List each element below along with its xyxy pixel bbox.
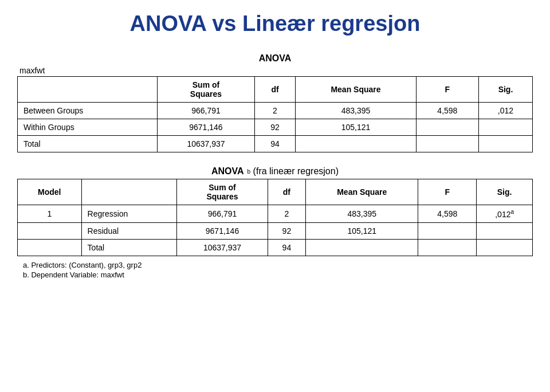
- regression-section-subtitle: (fra lineær regresjon): [250, 166, 339, 177]
- anova-row-ms-0: 483,395: [296, 103, 417, 119]
- anova-row-df-1: 92: [254, 119, 295, 136]
- reg-col-sum-squares: Sum of Squares: [177, 179, 268, 205]
- anova-col-sig: Sig.: [478, 77, 532, 103]
- table-row: Residual 9671,146 92 105,121: [18, 222, 533, 239]
- reg-row-label-2: Total: [81, 239, 177, 256]
- table-row: Total 10637,937 94: [18, 136, 533, 152]
- anova-section-title: ANOVA: [17, 53, 533, 64]
- anova-row-sig-0: ,012: [478, 103, 532, 119]
- footnote-a: a. Predictors: (Constant), grp3, grp2: [23, 261, 533, 269]
- anova-row-label-0: Between Groups: [18, 103, 158, 119]
- anova-section: ANOVA maxfwt Sum of Squares df Mean Squa…: [17, 53, 533, 152]
- reg-row-df-2: 94: [268, 239, 305, 256]
- reg-row-label-0: Regression: [81, 205, 177, 223]
- reg-row-f-2: [418, 239, 477, 256]
- anova-row-f-0: 4,598: [416, 103, 478, 119]
- reg-col-f: F: [418, 179, 477, 205]
- reg-row-sig-2: [477, 239, 533, 256]
- anova-row-ms-1: 105,121: [296, 119, 417, 136]
- reg-row-df-0: 2: [268, 205, 305, 223]
- reg-row-sig-1: [477, 222, 533, 239]
- reg-row-f-1: [418, 222, 477, 239]
- reg-row-model-0: 1: [18, 205, 82, 223]
- anova-row-f-2: [416, 136, 478, 152]
- reg-row-ss-0: 966,791: [177, 205, 268, 223]
- anova-row-label-1: Within Groups: [18, 119, 158, 136]
- anova-row-sig-2: [478, 136, 532, 152]
- reg-row-model-1: [18, 222, 82, 239]
- reg-row-f-0: 4,598: [418, 205, 477, 223]
- reg-row-ms-2: [306, 239, 418, 256]
- reg-col-sig: Sig.: [477, 179, 533, 205]
- anova-col-f: F: [416, 77, 478, 103]
- reg-col-df: df: [268, 179, 305, 205]
- regression-table: Model Sum of Squares df Mean Square F Si…: [17, 179, 533, 256]
- anova-row-ss-1: 9671,146: [158, 119, 255, 136]
- reg-col-mean-square: Mean Square: [306, 179, 418, 205]
- regression-section-title: ANOVA: [211, 166, 244, 177]
- anova-row-df-2: 94: [254, 136, 295, 152]
- anova-row-sig-1: [478, 119, 532, 136]
- anova-row-ss-0: 966,791: [158, 103, 255, 119]
- reg-row-model-2: [18, 239, 82, 256]
- reg-col-model: Model: [18, 179, 82, 205]
- reg-row-df-1: 92: [268, 222, 305, 239]
- reg-col-row-label: [81, 179, 177, 205]
- reg-row-ms-1: 105,121: [306, 222, 418, 239]
- anova-col-df: df: [254, 77, 295, 103]
- reg-row-ss-2: 10637,937: [177, 239, 268, 256]
- footnote-b: b. Dependent Variable: maxfwt: [23, 271, 533, 279]
- anova-col-mean-square: Mean Square: [296, 77, 417, 103]
- table-row: Between Groups 966,791 2 483,395 4,598 ,…: [18, 103, 533, 119]
- regression-section-header: ANOVAb (fra lineær regresjon): [17, 166, 533, 177]
- table-row: 1 Regression 966,791 2 483,395 4,598 ,01…: [18, 205, 533, 223]
- anova-col-sum-squares: Sum of Squares: [158, 77, 255, 103]
- reg-row-ss-1: 9671,146: [177, 222, 268, 239]
- anova-row-f-1: [416, 119, 478, 136]
- anova-table: Sum of Squares df Mean Square F Sig. Bet…: [17, 76, 533, 152]
- anova-table-label: maxfwt: [17, 66, 533, 75]
- regression-section: ANOVAb (fra lineær regresjon) Model Sum …: [17, 166, 533, 279]
- table-row: Total 10637,937 94: [18, 239, 533, 256]
- anova-row-df-0: 2: [254, 103, 295, 119]
- reg-row-label-1: Residual: [81, 222, 177, 239]
- anova-col-row-label: [18, 77, 158, 103]
- page-title: ANOVA vs Lineær regresjon: [17, 11, 533, 36]
- reg-row-sig-0: ,012a: [477, 205, 533, 223]
- anova-row-ss-2: 10637,937: [158, 136, 255, 152]
- regression-footnotes: a. Predictors: (Constant), grp3, grp2 b.…: [17, 261, 533, 279]
- anova-row-label-2: Total: [18, 136, 158, 152]
- reg-row-ms-0: 483,395: [306, 205, 418, 223]
- table-row: Within Groups 9671,146 92 105,121: [18, 119, 533, 136]
- sig-superscript-a: a: [510, 209, 514, 215]
- anova-row-ms-2: [296, 136, 417, 152]
